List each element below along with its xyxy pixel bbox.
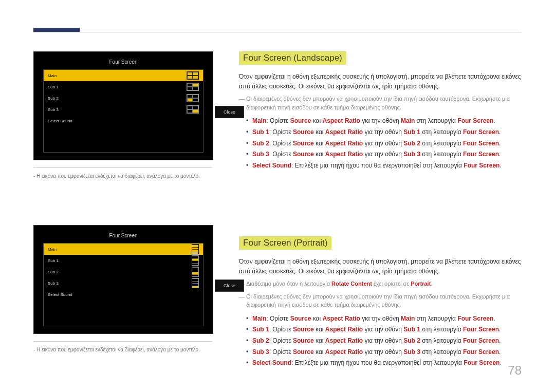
- list-item: Sub 3: Ορίστε Source και Aspect Ratio γι…: [246, 149, 522, 160]
- body-text: Όταν εμφανίζεται η οθόνη εξωτερικής συσκ…: [239, 257, 522, 276]
- body-text: Όταν εμφανίζεται η οθόνη εξωτερικής συσκ…: [239, 72, 522, 91]
- bullet-list: Main: Ορίστε Source και Aspect Ratio για…: [239, 116, 522, 171]
- osd-row-main: Main: [44, 244, 203, 255]
- osd-row-sub2: Sub 2: [44, 92, 203, 104]
- osd-row-sound: Select Sound: [44, 115, 203, 126]
- osd-row-sub3: Sub 3: [44, 277, 203, 289]
- list-item: Sub 2: Ορίστε Source και Aspect Ratio γι…: [246, 138, 522, 150]
- layout-thumb-icon: [192, 278, 199, 288]
- layout-thumb-icon: [187, 83, 199, 91]
- page-number: 78: [508, 363, 522, 378]
- osd-row-sound: Select Sound: [44, 289, 203, 300]
- list-item: Sub 3: Ορίστε Source και Aspect Ratio γι…: [246, 347, 522, 358]
- footnote-avail: ―Διαθέσιμο μόνο όταν η λειτουργία Rotate…: [239, 279, 522, 288]
- list-item: Select Sound: Επιλέξτε μια πηγή ήχου που…: [246, 358, 522, 369]
- list-item: Sub 2: Ορίστε Source και Aspect Ratio γι…: [246, 335, 522, 347]
- osd-close-button: Close: [215, 106, 244, 118]
- layout-thumb-icon: [192, 267, 199, 277]
- osd-row-sub1: Sub 1: [44, 81, 203, 92]
- osd-landscape: Four Screen Main Sub 1 Sub 2: [33, 51, 213, 160]
- heading-landscape: Four Screen (Landscape): [239, 51, 346, 65]
- bullet-list: Main: Ορίστε Source και Aspect Ratio για…: [239, 313, 522, 369]
- layout-thumb-icon: [187, 94, 199, 102]
- image-caption: - Η εικόνα που εμφανίζεται ενδέχεται να …: [33, 167, 212, 179]
- heading-portrait: Four Screen (Portrait): [239, 236, 331, 250]
- osd-row-sub2: Sub 2: [44, 266, 203, 277]
- osd-title: Four Screen: [34, 233, 213, 238]
- layout-thumb-icon: [192, 255, 199, 266]
- list-item: Sub 1: Ορίστε Source και Aspect Ratio γι…: [246, 127, 522, 138]
- list-item: Sub 1: Ορίστε Source και Aspect Ratio γι…: [246, 324, 522, 335]
- image-caption: - Η εικόνα που εμφανίζεται ενδέχεται να …: [33, 341, 212, 352]
- osd-menu: Main Sub 1 Sub 2 Sub 3: [43, 69, 203, 153]
- layout-thumb-icon: [187, 71, 199, 80]
- layout-thumb-icon: [187, 105, 199, 114]
- header-rule: [33, 32, 522, 32]
- list-item: Select Sound: Επιλέξτε μια πηγή ήχου που…: [246, 160, 522, 172]
- osd-row-sub3: Sub 3: [44, 104, 203, 115]
- osd-row-main: Main: [44, 70, 203, 81]
- footnote: ―Οι διαιρεμένες οθόνες δεν μπορούν να χρ…: [239, 292, 522, 309]
- list-item: Main: Ορίστε Source και Aspect Ratio για…: [246, 313, 522, 325]
- list-item: Main: Ορίστε Source και Aspect Ratio για…: [246, 116, 522, 127]
- osd-portrait: Four Screen Main Sub 1 Sub 2: [33, 225, 213, 334]
- osd-menu: Main Sub 1 Sub 2 Sub 3: [43, 243, 203, 326]
- osd-row-sub1: Sub 1: [44, 255, 203, 266]
- footnote: ―Οι διαιρεμένες οθόνες δεν μπορούν να χρ…: [239, 95, 522, 111]
- header-tab: [33, 28, 80, 32]
- layout-thumb-icon: [192, 244, 199, 254]
- osd-close-button: Close: [215, 279, 244, 292]
- osd-title: Four Screen: [34, 59, 213, 65]
